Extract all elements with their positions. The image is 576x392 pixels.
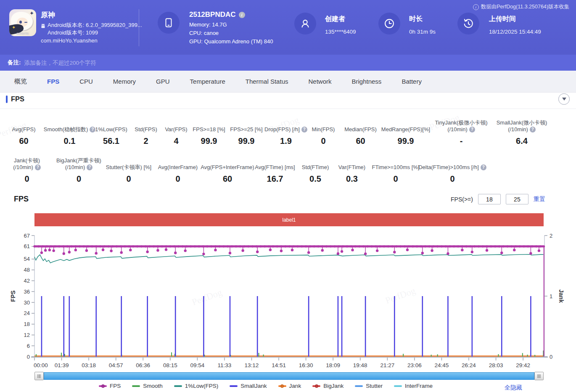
- section-accent-bar: [6, 95, 8, 103]
- stat-smooth-: Smooth(稳帧指数)?0.1: [48, 119, 92, 146]
- svg-text:19:48: 19:48: [353, 362, 367, 368]
- tab-概览[interactable]: 概览: [4, 77, 37, 85]
- chevron-down-icon: [562, 98, 566, 101]
- stat-1%low-fps-: 1%Low(FPS)56.1: [92, 119, 131, 146]
- remark-label: 备注:: [8, 59, 21, 66]
- stat-value: 60: [223, 174, 232, 184]
- stat-label: Var(FPS): [165, 126, 187, 133]
- chart-scrollbar-track[interactable]: [44, 372, 534, 380]
- svg-text:03:18: 03:18: [82, 362, 96, 368]
- svg-text:16:30: 16:30: [299, 362, 313, 368]
- svg-text:28:03: 28:03: [489, 362, 503, 368]
- tab-cpu[interactable]: CPU: [69, 78, 103, 85]
- device-model-row: 2512BPNDAC i: [189, 11, 245, 19]
- fps-threshold-input-1[interactable]: [478, 194, 501, 204]
- remark-input[interactable]: [24, 60, 285, 66]
- creator-label: 创建者: [325, 15, 345, 24]
- scrollbar-left-handle[interactable]: [34, 372, 44, 380]
- svg-text:11:33: 11:33: [218, 362, 232, 368]
- stat-label: FTime>=100ms [%]: [372, 164, 420, 171]
- upload-label: 上传时间: [489, 15, 516, 24]
- tab-temperature[interactable]: Temperature: [180, 78, 235, 85]
- stat-value: 60: [19, 136, 28, 146]
- svg-text:54: 54: [24, 256, 30, 262]
- svg-text:09:54: 09:54: [190, 362, 204, 368]
- svg-text:36: 36: [24, 289, 30, 295]
- fps-threshold-filter: FPS(>=) 重置: [451, 194, 545, 204]
- stat-label: FPS>=25 [%]: [230, 126, 262, 133]
- svg-text:61: 61: [24, 243, 30, 249]
- fps-threshold-input-2[interactable]: [506, 194, 528, 204]
- legend-marker: [394, 385, 402, 387]
- legend-marker: [132, 385, 140, 387]
- creator-avatar: [294, 13, 316, 34]
- stat-label: (/10min): [13, 164, 33, 171]
- device-info-icon[interactable]: i: [239, 12, 245, 18]
- stat-label: Avg(InterFrame): [158, 164, 198, 171]
- legend-marker: [99, 385, 107, 387]
- svg-text:24:45: 24:45: [435, 362, 449, 368]
- scrollbar-right-handle[interactable]: [534, 372, 544, 380]
- app-icon: ✦ ✦ miHoYo: [9, 9, 36, 36]
- legend-item-jank[interactable]: Jank: [278, 383, 301, 389]
- tab-gpu[interactable]: GPU: [146, 78, 180, 85]
- stat-value: 0: [175, 174, 180, 184]
- tab-brightness[interactable]: Brightness: [342, 78, 392, 85]
- stat-value: 6.4: [516, 136, 528, 146]
- stat-label: FPS>=18 [%]: [193, 126, 225, 133]
- stat-label: Avg(FPS+InterFrame): [201, 164, 254, 171]
- stat-value: 0: [393, 174, 398, 184]
- legend-label: SmallJank: [240, 383, 267, 389]
- tab-fps[interactable]: FPS: [37, 78, 69, 85]
- stat-value: 99.9: [238, 136, 255, 146]
- help-icon[interactable]: ?: [469, 127, 475, 132]
- stat-label: Avg(FTime) [ms]: [255, 164, 295, 171]
- svg-text:00:00: 00:00: [34, 362, 48, 368]
- legend-item-fps[interactable]: FPS: [99, 383, 121, 389]
- device-icon: [158, 12, 180, 34]
- svg-text:21:27: 21:27: [380, 362, 394, 368]
- help-icon[interactable]: ?: [481, 164, 486, 170]
- legend-item-1-low-fps-[interactable]: 1%Low(FPS): [174, 383, 219, 389]
- reset-button[interactable]: 重置: [534, 196, 545, 203]
- stat-drop-fps-h-: Drop(FPS) [/h]?1.9: [266, 119, 306, 146]
- stat-label: SmallJank(微小卡顿): [497, 119, 547, 126]
- svg-text:06:36: 06:36: [136, 362, 150, 368]
- tab-thermal-status[interactable]: Thermal Status: [235, 78, 299, 85]
- legend-item-smooth[interactable]: Smooth: [132, 383, 163, 389]
- android-version-name: Android版本名: 6.2.0_39595820_399...: [48, 21, 142, 29]
- tab-network[interactable]: Network: [298, 78, 341, 85]
- stat-value: 0: [126, 174, 131, 184]
- help-icon[interactable]: ?: [530, 127, 536, 132]
- phone-icon: [163, 17, 174, 28]
- legend-item-bigjank[interactable]: BigJank: [312, 383, 343, 389]
- tab-memory[interactable]: Memory: [103, 78, 146, 85]
- stat-label: Std(FTime): [302, 164, 329, 171]
- help-icon[interactable]: ?: [87, 164, 92, 170]
- device-model: 2512BPNDAC: [189, 11, 236, 19]
- clock-icon: [383, 18, 395, 29]
- header-divider: [139, 9, 139, 46]
- hide-all-button[interactable]: 全隐藏: [505, 384, 522, 392]
- stat-var-fps-: Var(FPS)4: [161, 119, 191, 146]
- legend-item-smalljank[interactable]: SmallJank: [230, 383, 267, 389]
- upload-value: 18/12/2025 15:44:49: [489, 29, 541, 35]
- section-title: FPS: [11, 95, 24, 103]
- stat-avg-fps-: Avg(FPS)60: [0, 119, 48, 146]
- tab-battery[interactable]: Battery: [391, 78, 432, 85]
- stat-avg-interframe-: Avg(InterFrame)0: [153, 156, 202, 184]
- stat-value: -: [460, 136, 463, 146]
- legend-item-interframe[interactable]: InterFrame: [394, 383, 433, 389]
- svg-text:14:51: 14:51: [272, 362, 286, 368]
- legend-item-stutter[interactable]: Stutter: [355, 383, 383, 389]
- svg-text:48: 48: [24, 267, 30, 273]
- collapse-section-button[interactable]: [558, 93, 570, 105]
- stat-median-fps-: Median(FPS)60: [341, 119, 380, 146]
- help-icon[interactable]: ?: [35, 164, 41, 170]
- stat-label: Stutter(卡顿率) [%]: [106, 164, 151, 171]
- duration-label: 时长: [409, 15, 423, 24]
- stat-label: (/10min): [65, 164, 85, 171]
- stat-fps-18-%-: FPS>=18 [%]99.9: [191, 119, 227, 146]
- svg-text:18: 18: [24, 321, 30, 327]
- stat-value: 0: [77, 174, 81, 184]
